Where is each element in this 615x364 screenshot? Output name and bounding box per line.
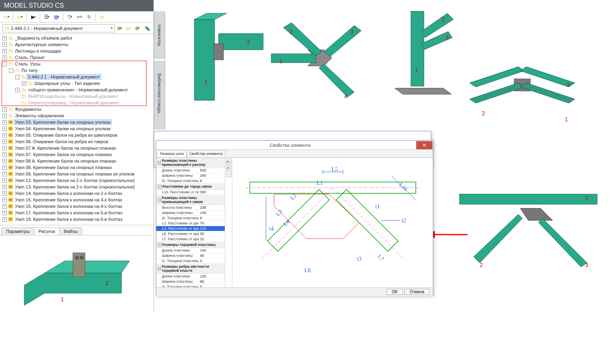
sort-desc-button[interactable]: Z↑ xyxy=(226,165,232,171)
property-value[interactable]: 520 xyxy=(199,168,225,172)
tree-node[interactable]: +Узел 13. Крепление балок на 2-х болтах … xyxy=(2,184,152,190)
property-value[interactable]: 140 xyxy=(199,248,225,252)
side-tab-library[interactable]: Библиотека станда... xyxy=(154,61,165,129)
run-button[interactable]: ▶▾ xyxy=(29,13,37,21)
dialog-tab-sizes[interactable]: Размеры узла xyxy=(157,150,187,157)
collapse-icon[interactable]: − xyxy=(158,267,161,271)
expand-toggle[interactable]: + xyxy=(2,198,7,202)
expand-toggle[interactable]: + xyxy=(2,127,7,131)
tree-node[interactable]: +Узел 07. Крепление балок на опорных пла… xyxy=(2,151,152,158)
property-group-header[interactable]: −Размеры пластины примыкающей к распор xyxy=(156,158,225,168)
property-row[interactable]: Длина пластины140 xyxy=(156,248,225,253)
collapse-icon[interactable]: − xyxy=(158,161,161,165)
property-group-header[interactable]: −Размеры ребра жёсткости торцевой пласти xyxy=(156,264,225,274)
tree-node[interactable]: +🗀Шарнирные узлы - Тип изделия xyxy=(2,80,152,87)
property-row[interactable]: t2. Толщина пластины8 xyxy=(156,216,225,221)
expand-toggle[interactable]: + xyxy=(2,120,7,125)
expand-toggle[interactable]: + xyxy=(2,133,7,138)
expand-toggle[interactable]: + xyxy=(2,204,7,209)
tree-node[interactable]: +Узел 03. Крепление балки на опорных уго… xyxy=(2,119,152,125)
expand-toggle[interactable]: + xyxy=(2,152,7,157)
tree-node[interactable]: +Узел 16. Крепление балок к колоннам на … xyxy=(2,203,152,210)
property-row[interactable]: Ширина пластины140 xyxy=(156,210,225,216)
tree-node[interactable]: +🗀<общего применения> - Нормативный доку… xyxy=(2,87,152,93)
tree-node[interactable]: +Узел 17. Крепление балок к колоннам на … xyxy=(2,210,152,216)
tree-node[interactable]: +🗀Сталь. Прокат xyxy=(2,54,152,61)
expand-toggle[interactable]: + xyxy=(2,36,7,40)
property-value[interactable]: 8 xyxy=(199,179,225,183)
expand-toggle[interactable]: + xyxy=(2,211,7,215)
expand-toggle[interactable]: - xyxy=(2,62,7,66)
open-folder-button[interactable]: 🗀▾ xyxy=(2,13,11,21)
property-value[interactable]: 70 xyxy=(199,221,225,225)
tree-node[interactable]: +🗀Лестницы и площадки xyxy=(2,48,152,54)
grid-view-button[interactable]: ▦▾ xyxy=(52,13,60,21)
property-group-header[interactable]: −Размеры пластины примыкающей к связи xyxy=(156,195,225,205)
tab-files[interactable]: Файлы xyxy=(59,227,82,235)
tree-node[interactable]: +Узел 06. Опирание балок на ребра из тав… xyxy=(2,138,152,145)
collapse-icon[interactable]: − xyxy=(158,185,162,188)
property-row[interactable]: Ширина пластины200 xyxy=(156,173,225,178)
property-group-header[interactable]: −Расстояние до торца связи xyxy=(156,184,225,190)
expand-toggle[interactable]: + xyxy=(2,114,7,118)
property-row[interactable]: L7. Расстояние от кра...15 xyxy=(156,237,225,242)
dialog-ok-button[interactable]: OK xyxy=(387,289,403,295)
property-grid[interactable]: −Размеры пластины примыкающей к распорДл… xyxy=(156,158,225,287)
tree-node[interactable]: -🗀2.440-2.1 - Нормативный документ xyxy=(2,74,152,80)
property-row[interactable]: L10. Расстояние от пе...300 xyxy=(156,190,225,195)
combo-add-button[interactable]: ⊕▾ xyxy=(115,24,123,32)
collapse-icon[interactable]: − xyxy=(158,243,162,247)
expand-toggle[interactable]: + xyxy=(2,185,7,189)
tree-node[interactable]: -🗀Сталь. Узлы xyxy=(2,61,152,67)
expand-toggle[interactable]: + xyxy=(2,140,7,144)
expand-toggle[interactable]: + xyxy=(2,55,7,60)
expand-toggle[interactable]: + xyxy=(2,172,7,176)
filter-combo[interactable]: 🗀 2.440-2.1 - Нормативный документ ▾ xyxy=(2,24,115,32)
expand-toggle[interactable]: + xyxy=(2,42,7,47)
side-tab-navigator[interactable]: Навигатор xyxy=(154,11,165,59)
filter-button[interactable]: ▽▾ xyxy=(66,13,74,21)
sort-asc-button[interactable]: A↓ xyxy=(226,159,232,164)
collapse-icon[interactable]: − xyxy=(158,198,161,202)
combo-add2-button[interactable]: ⊕▾ xyxy=(133,24,141,32)
property-value[interactable]: 66 xyxy=(199,254,225,258)
property-value[interactable]: 8 xyxy=(199,285,225,287)
tree-node[interactable]: +🗀_Ведомость объёмов работ xyxy=(2,35,152,41)
tab-params[interactable]: Параметры xyxy=(2,227,34,235)
combo-search-button[interactable]: 🔦 xyxy=(143,24,151,32)
property-value[interactable]: 110 xyxy=(199,226,225,231)
expand-toggle[interactable]: + xyxy=(2,178,7,183)
list-view-button[interactable]: ☰▾ xyxy=(43,13,51,21)
property-row[interactable]: Длина пластины520 xyxy=(156,168,225,173)
expand-toggle[interactable]: + xyxy=(2,159,7,163)
property-row[interactable]: Ширина пластины66 xyxy=(156,253,225,258)
tree-node[interactable]: +Узел 05. Опирание балок на ребра из шве… xyxy=(2,132,152,138)
property-value[interactable]: 30 xyxy=(199,232,225,236)
prop-more-button[interactable]: ⋯ xyxy=(226,171,232,177)
tree-node[interactable]: +Узел 08. Крепление балок на опорных пла… xyxy=(2,164,152,171)
chevron-down-icon[interactable]: ▾ xyxy=(111,26,113,30)
property-group-header[interactable]: −Размеры торцевой пластины xyxy=(156,242,225,248)
expand-toggle[interactable]: + xyxy=(2,146,7,150)
find-button[interactable]: 👓 xyxy=(75,13,83,21)
tree-node[interactable]: +Узел 07 А. Крепление балок на опорных п… xyxy=(2,145,152,151)
property-value[interactable]: 300 xyxy=(199,190,225,194)
expand-toggle[interactable]: + xyxy=(2,217,7,222)
expand-toggle[interactable]: - xyxy=(15,75,20,79)
property-row[interactable]: Длина пластины120 xyxy=(156,274,225,279)
new-item-button[interactable]: 🗀▾ xyxy=(16,13,24,21)
tree-node[interactable]: +Узел 14. Крепление балок к колоннам на … xyxy=(2,190,152,197)
property-row[interactable]: t3. Толщина пластины8 xyxy=(156,178,225,184)
property-row[interactable]: Высота пластины238 xyxy=(156,205,225,210)
tree-node[interactable]: +Узел 04. Крепление балки на опорных уго… xyxy=(2,125,152,132)
expand-toggle[interactable]: + xyxy=(22,81,26,86)
tree-node[interactable]: +Узел 12. Крепление балок на 2-х болтах … xyxy=(2,177,152,184)
property-row[interactable]: L2. Расстояние от цен...70 xyxy=(156,221,225,226)
tree-node[interactable]: +Узел 18. Крепление балок к колоннам на … xyxy=(2,216,152,222)
tree-node[interactable]: +🗀Архитектурные элементы xyxy=(2,41,152,48)
property-row[interactable]: t1. Толщина пластины8 xyxy=(156,258,225,264)
combo-open-button[interactable]: 🗁 xyxy=(124,24,132,32)
property-row[interactable]: t4. Толщина пластины8 xyxy=(156,284,225,287)
dialog-cancel-button[interactable]: Отмена xyxy=(404,289,430,295)
tree-node[interactable]: +🗀Фундаменты xyxy=(2,106,152,112)
